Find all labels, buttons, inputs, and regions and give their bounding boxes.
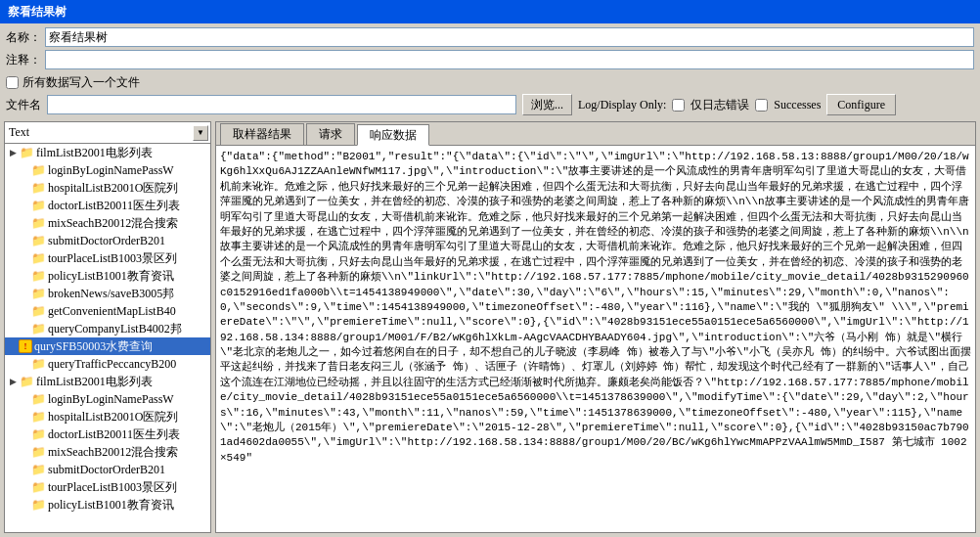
expand-icon: [19, 217, 30, 229]
comment-input[interactable]: [45, 50, 974, 69]
file-toolbar-row: 文件名 浏览... Log/Display Only: 仅日志错误 Succes…: [6, 94, 974, 115]
expand-icon: [19, 235, 30, 246]
response-content[interactable]: {"data":{"method":"B2001","result":"{\"d…: [216, 146, 975, 532]
name-row: 名称：: [6, 27, 974, 47]
tree-item[interactable]: 📁doctorListB20011医生列表: [5, 425, 210, 443]
tree-item[interactable]: ▶📁filmListB2001电影列表: [5, 144, 210, 161]
tree-item-label: queryCompanyListB4002邦: [48, 321, 182, 337]
tree-item[interactable]: 📁getConvenientMapListB40: [5, 302, 210, 320]
folder-icon: 📁: [30, 215, 46, 231]
tree-item-label: submitDoctorOrderB201: [48, 234, 165, 248]
folder-icon: 📁: [30, 479, 46, 495]
tree-item[interactable]: 📁loginByLoginNamePassW: [5, 161, 210, 179]
folder-icon: 📁: [30, 321, 46, 336]
tree-item-label: policyListB1001教育资讯: [48, 497, 174, 514]
folder-icon: 📁: [30, 198, 46, 213]
folder-icon: 📁: [30, 250, 46, 266]
name-input[interactable]: [45, 27, 974, 47]
tree-item[interactable]: 📁doctorListB20011医生列表: [5, 197, 210, 214]
tree-item-label: mixSeachB20012混合搜索: [48, 215, 178, 232]
expand-icon: [19, 446, 30, 458]
tree-item[interactable]: 📁queryCompanyListB4002邦: [5, 320, 210, 337]
successes-checkbox[interactable]: [755, 99, 768, 112]
folder-icon: 📁: [19, 374, 34, 389]
expand-icon: [19, 270, 30, 282]
title-bar: 察看结果树: [0, 0, 980, 23]
expand-icon: [19, 288, 30, 299]
tab-1[interactable]: 请求: [306, 123, 355, 145]
tree-item[interactable]: 📁brokenNews/saveB3005邦: [5, 285, 210, 302]
tree-item-label: tourPlaceListB1003景区列: [48, 250, 177, 267]
tree-item[interactable]: 📁tourPlaceListB1003景区列: [5, 478, 210, 496]
tree-item-label: filmListB2001电影列表: [36, 145, 153, 161]
comment-row: 注释：: [6, 50, 974, 69]
window-title: 察看结果树: [8, 4, 67, 21]
log-errors-checkbox[interactable]: [672, 99, 685, 112]
expand-icon: [19, 499, 30, 511]
browse-button[interactable]: 浏览...: [522, 94, 572, 115]
tree-item[interactable]: 📁queryTrafficPeccancyB200: [5, 355, 210, 373]
tree-item-label: mixSeachB20012混合搜索: [48, 444, 178, 461]
tree-item[interactable]: 📁hospitalListB2001O医院列: [5, 179, 210, 197]
expand-icon: [19, 393, 30, 405]
successes-label: Successes: [774, 98, 821, 112]
folder-icon: 📁: [30, 286, 46, 301]
tree-item[interactable]: 📁submitDoctorOrderB201: [5, 461, 210, 478]
tree-item[interactable]: 📁submitDoctorOrderB201: [5, 232, 210, 249]
expand-icon: [19, 428, 30, 440]
tree-item[interactable]: ▶📁filmListB2001电影列表: [5, 373, 210, 390]
tree-item[interactable]: !qurySFB50003水费查询: [5, 337, 210, 355]
folder-icon: 📁: [30, 497, 46, 513]
tree-item-label: loginByLoginNamePassW: [48, 392, 174, 407]
folder-icon: 📁: [30, 356, 46, 372]
dropdown-label: Text: [7, 125, 193, 140]
folder-icon: 📁: [30, 303, 46, 319]
all-data-label: 所有数据写入一个文件: [22, 74, 140, 91]
tree-item[interactable]: 📁hospitalListB2001O医院列: [5, 408, 210, 425]
expand-icon: [19, 481, 30, 493]
tree-item[interactable]: 📁policyListB1001教育资讯: [5, 267, 210, 285]
comment-label: 注释：: [6, 52, 41, 68]
form-area: 名称： 注释： 所有数据写入一个文件 文件名 浏览... Log/Display…: [0, 23, 980, 119]
file-name-input[interactable]: [47, 95, 516, 114]
tree-item-label: brokenNews/saveB3005邦: [48, 286, 174, 302]
tree-item[interactable]: 📁tourPlaceListB1003景区列: [5, 249, 210, 267]
log-errors-label: 仅日志错误: [690, 97, 749, 113]
tree-item[interactable]: 📁policyListB1001教育资讯: [5, 496, 210, 514]
expand-icon: [19, 252, 30, 264]
dropdown-arrow-icon[interactable]: ▼: [193, 125, 208, 141]
name-label: 名称：: [6, 29, 41, 46]
log-display-label: Log/Display Only:: [578, 98, 666, 112]
tree-item-label: qurySFB50003水费查询: [34, 338, 153, 355]
tree-item[interactable]: 📁mixSeachB20012混合搜索: [5, 443, 210, 461]
folder-icon: 📁: [19, 145, 34, 160]
tab-2[interactable]: 响应数据: [357, 124, 429, 146]
tree-item-label: tourPlaceListB1003景区列: [48, 479, 177, 496]
all-data-checkbox[interactable]: [6, 76, 19, 89]
tree-item-label: hospitalListB2001O医院列: [48, 180, 178, 197]
expand-icon: [19, 305, 30, 317]
tree-item-label: filmListB2001电影列表: [36, 374, 153, 390]
tree-item-label: loginByLoginNamePassW: [48, 163, 174, 178]
configure-button[interactable]: Configure: [826, 94, 896, 115]
folder-icon: 📁: [30, 162, 46, 178]
right-panel: 取样器结果请求响应数据 {"data":{"method":"B2001","r…: [215, 121, 976, 533]
dropdown-header[interactable]: Text ▼: [5, 122, 210, 144]
tree-item[interactable]: 📁loginByLoginNamePassW: [5, 390, 210, 408]
tab-bar: 取样器结果请求响应数据: [216, 122, 975, 146]
tree-list[interactable]: ▶📁filmListB2001电影列表📁loginByLoginNamePass…: [5, 144, 210, 532]
file-name-label: 文件名: [6, 97, 41, 113]
tree-item-label: hospitalListB2001O医院列: [48, 409, 178, 425]
main-window: 察看结果树 名称： 注释： 所有数据写入一个文件 文件名 浏览... Log/D…: [0, 0, 980, 537]
expand-icon: [19, 200, 30, 211]
tree-item[interactable]: 📁mixSeachB20012混合搜索: [5, 214, 210, 232]
folder-icon: 📁: [30, 426, 46, 442]
tree-item-label: queryTrafficPeccancyB200: [48, 357, 176, 372]
tree-item-label: submitDoctorOrderB201: [48, 463, 165, 477]
folder-icon: 📁: [30, 391, 46, 407]
left-panel: Text ▼ ▶📁filmListB2001电影列表📁loginByLoginN…: [4, 121, 211, 533]
tree-item-label: getConvenientMapListB40: [48, 304, 176, 319]
tree-item-label: doctorListB20011医生列表: [48, 426, 180, 443]
tab-0[interactable]: 取样器结果: [220, 123, 304, 145]
expand-icon: [19, 464, 30, 475]
